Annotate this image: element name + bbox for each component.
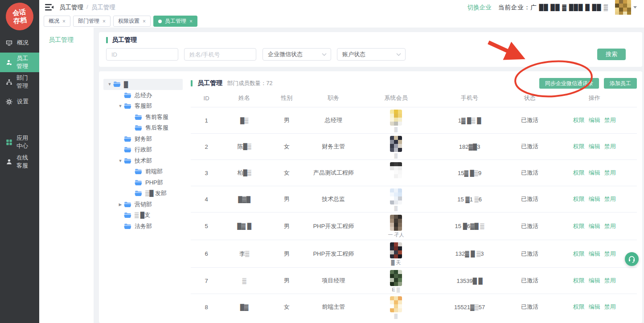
tree-node-label: ▒█ 发部 [145, 189, 167, 197]
tree-node[interactable]: 财务部 [103, 134, 183, 145]
folder-icon [124, 103, 131, 109]
action-禁用[interactable]: 禁用 [604, 116, 616, 124]
title-accent-bar [106, 37, 108, 43]
close-tab-icon[interactable]: × [143, 18, 146, 25]
tree-node-label: PHP部 [145, 179, 163, 187]
action-禁用[interactable]: 禁用 [604, 303, 616, 311]
expand-arrow-down-icon[interactable]: ▼ [106, 82, 113, 86]
tree-node[interactable]: 行政部 [103, 144, 183, 155]
action-禁用[interactable]: 禁用 [604, 250, 616, 258]
action-权限[interactable]: 权限 [573, 195, 585, 203]
cell-job: PHP开发工程师 [307, 250, 360, 258]
tab-概况[interactable]: 概况× [44, 16, 70, 27]
action-编辑[interactable]: 编辑 [589, 250, 600, 258]
close-tab-icon[interactable]: × [62, 18, 66, 25]
top-header: 员工管理 / 员工管理 切换企业 当前企业：广 ██ ██ ▓ ███ █ ██… [39, 0, 644, 15]
tree-node[interactable]: 售前客服 [103, 112, 183, 123]
folder-icon [124, 201, 131, 208]
cell-gender: 女 [267, 303, 307, 311]
member-caption: ▒ [394, 153, 398, 158]
tree-node[interactable]: ▒ █支 [103, 210, 183, 221]
sync-wechat-contacts-button[interactable]: 同步企业微信通讯录 [539, 78, 599, 89]
tree-node[interactable]: ▶营销部 [103, 199, 183, 210]
tree-node[interactable]: 前端部 [103, 166, 183, 177]
cell-phone: 132▓ █ ▒3 [432, 250, 508, 257]
tree-node[interactable]: 总经办 [103, 90, 183, 101]
wechat-status-select[interactable]: 企业微信状态 [263, 48, 331, 61]
id-filter-input[interactable] [106, 48, 178, 61]
action-禁用[interactable]: 禁用 [604, 277, 616, 285]
table-header-row: 员工管理 部门成员数量：72 同步企业微信通讯录 添加员工 [191, 78, 637, 89]
table-row: 5█▓ █男PHP开发工程师一 孑人15 █6▓█ ▒已激活权限编辑禁用 [191, 212, 637, 240]
action-权限[interactable]: 权限 [573, 250, 585, 258]
close-tab-icon[interactable]: × [103, 18, 106, 25]
sidebar-item-support[interactable]: 在线客服 [0, 152, 39, 172]
tree-node[interactable]: ▒█ 发部 [103, 188, 183, 199]
tree-node[interactable]: 售后客服 [103, 123, 183, 134]
employee-icon [6, 59, 12, 66]
action-禁用[interactable]: 禁用 [604, 222, 616, 230]
action-禁用[interactable]: 禁用 [604, 169, 616, 177]
tree-node[interactable]: PHP部 [103, 177, 183, 188]
action-权限[interactable]: 权限 [573, 143, 585, 151]
action-权限[interactable]: 权限 [573, 222, 585, 230]
action-权限[interactable]: 权限 [573, 277, 585, 285]
add-employee-button[interactable]: 添加员工 [604, 78, 637, 89]
close-tab-icon[interactable]: × [189, 18, 193, 25]
avatar[interactable] [615, 0, 631, 16]
tree-node[interactable]: ▼█ [103, 79, 183, 90]
member-count-value: 72 [267, 80, 273, 86]
tab-员工管理[interactable]: 员工管理× [153, 16, 197, 27]
cell-job: 财务主管 [307, 143, 360, 151]
cell-job: 总经理 [307, 116, 360, 124]
sidebar-item-settings[interactable]: 设置 [0, 92, 39, 111]
sidebar-item-employee[interactable]: 员工管理 [0, 53, 39, 72]
table-row: 8█▓女前端主管▒15521▓▒57已激活权限编辑禁用 [191, 294, 637, 320]
cell-id: 6 [191, 250, 222, 257]
expand-arrow-down-icon[interactable]: ▼ [117, 104, 124, 108]
member-avatar [390, 162, 402, 178]
sidebar-item-label: 应用中心 [16, 134, 33, 150]
expand-arrow-right-icon[interactable]: ▶ [117, 202, 124, 207]
sidebar-item-label: 部门管理 [16, 74, 33, 90]
tab-权限设置[interactable]: 权限设置× [113, 16, 151, 27]
action-权限[interactable]: 权限 [573, 116, 585, 124]
table-row: 4█▓█男技术总监▒15 ▓1 ▒6已激活权限编辑禁用 [191, 186, 637, 212]
action-禁用[interactable]: 禁用 [604, 195, 616, 203]
name-phone-filter-input[interactable] [184, 48, 256, 61]
action-编辑[interactable]: 编辑 [589, 143, 600, 151]
user-profile[interactable] [615, 0, 637, 16]
action-禁用[interactable]: 禁用 [604, 143, 616, 151]
breadcrumb-parent[interactable]: 员工管理 [59, 4, 83, 12]
action-编辑[interactable]: 编辑 [589, 116, 600, 124]
switch-company-link[interactable]: 切换企业 [468, 4, 492, 12]
cell-gender: 女 [267, 169, 307, 177]
action-权限[interactable]: 权限 [573, 303, 585, 311]
action-权限[interactable]: 权限 [573, 169, 585, 177]
sidebar-item-label: 在线客服 [16, 154, 33, 170]
action-编辑[interactable]: 编辑 [589, 222, 600, 230]
tree-node-label: 行政部 [135, 146, 152, 154]
account-status-select[interactable]: 账户状态 [337, 48, 406, 61]
tree-node[interactable]: ▼技术部 [103, 155, 183, 167]
action-编辑[interactable]: 编辑 [589, 303, 600, 311]
action-编辑[interactable]: 编辑 [589, 277, 600, 285]
tab-部门管理[interactable]: 部门管理× [73, 16, 111, 27]
tree-node-label: 财务部 [135, 135, 152, 143]
collapse-sidebar-icon[interactable] [45, 4, 53, 11]
tab-label: 部门管理 [78, 17, 99, 25]
sidebar-item-department[interactable]: 部门管理 [0, 72, 39, 92]
gear-icon [6, 98, 13, 105]
tree-node[interactable]: ▼客服部 [103, 101, 183, 112]
expand-arrow-down-icon[interactable]: ▼ [117, 159, 124, 163]
pixelated-avatar [390, 270, 402, 286]
action-编辑[interactable]: 编辑 [589, 169, 600, 177]
sidebar-item-apps[interactable]: 应用中心 [0, 132, 39, 152]
secondary-nav-employee[interactable]: 员工管理 [49, 36, 94, 44]
action-编辑[interactable]: 编辑 [589, 195, 600, 203]
sidebar-item-overview[interactable]: 概况 [0, 33, 39, 53]
open-tabs-bar: 概况×部门管理×权限设置×员工管理× [39, 15, 644, 28]
online-support-button[interactable] [625, 252, 639, 266]
search-button[interactable]: 搜索 [597, 49, 626, 60]
tree-node[interactable]: 法务部 [103, 221, 183, 232]
